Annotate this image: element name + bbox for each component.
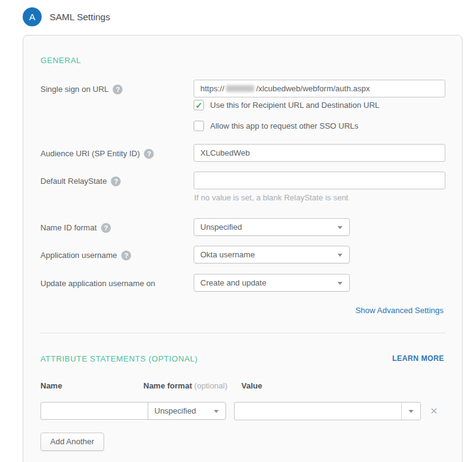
- attribute-value-combo: [234, 402, 421, 420]
- sso-url-value-suffix: /xlcubedweb/webform/auth.aspx: [256, 84, 370, 93]
- name-id-format-label: Name ID format?: [40, 218, 191, 236]
- relay-state-label: Default RelayState?: [40, 172, 191, 189]
- other-sso-checkbox[interactable]: [194, 121, 204, 131]
- chevron-down-icon: [338, 282, 342, 285]
- audience-uri-label: Audience URI (SP Entity ID)?: [40, 144, 191, 162]
- sso-url-value-prefix: https://: [200, 84, 224, 93]
- general-section-title: GENERAL: [40, 56, 81, 65]
- app-avatar: A: [23, 7, 42, 26]
- page-title: SAML Settings: [50, 12, 110, 22]
- recipient-url-checkbox-label: Use this for Recipient URL and Destinati…: [210, 100, 379, 110]
- name-id-format-select[interactable]: Unspecified: [194, 218, 350, 236]
- application-username-label: Application username?: [40, 246, 191, 263]
- relay-state-label-text: Default RelayState: [40, 176, 107, 186]
- application-username-label-text: Application username: [40, 251, 117, 260]
- help-icon[interactable]: ?: [144, 149, 154, 159]
- attribute-name-format-select[interactable]: Unspecified: [148, 402, 226, 420]
- help-icon[interactable]: ?: [113, 85, 123, 94]
- attribute-statements-section-title: ATTRIBUTE STATEMENTS (OPTIONAL): [40, 354, 198, 363]
- relay-state-input[interactable]: [194, 172, 445, 189]
- relay-state-hint: If no value is set, a blank RelayState i…: [194, 193, 348, 202]
- name-id-format-selected-value: Unspecified: [200, 222, 242, 232]
- help-icon[interactable]: ?: [101, 223, 111, 233]
- saml-settings-panel: GENERAL Single sign on URL? https:///xlc…: [23, 35, 463, 462]
- chevron-down-icon: [214, 410, 219, 413]
- chevron-down-icon: [409, 410, 414, 413]
- section-divider: [40, 333, 445, 333]
- attribute-value-input[interactable]: [235, 403, 401, 420]
- column-header-name-format-text: Name format: [143, 381, 192, 390]
- redacted-hostname: [226, 85, 254, 92]
- attribute-name-input[interactable]: [40, 402, 148, 420]
- avatar-letter: A: [29, 12, 35, 22]
- sso-url-label: Single sign on URL?: [40, 80, 191, 97]
- recipient-url-checkbox-row: ✓ Use this for Recipient URL and Destina…: [194, 100, 379, 110]
- update-app-username-selected-value: Create and update: [200, 278, 266, 287]
- chevron-down-icon: [338, 226, 342, 229]
- show-advanced-settings-link[interactable]: Show Advanced Settings: [355, 306, 444, 315]
- other-sso-checkbox-row: Allow this app to request other SSO URLs: [194, 121, 358, 131]
- checkmark-icon: ✓: [195, 101, 203, 110]
- learn-more-link[interactable]: LEARN MORE: [392, 354, 444, 363]
- update-app-username-label-text: Update application username on: [40, 279, 155, 288]
- name-id-format-label-text: Name ID format: [40, 223, 97, 232]
- remove-attribute-button[interactable]: ✕: [430, 406, 438, 417]
- sso-url-label-text: Single sign on URL: [40, 85, 108, 94]
- help-icon[interactable]: ?: [111, 176, 121, 186]
- audience-uri-label-text: Audience URI (SP Entity ID): [40, 149, 140, 158]
- update-app-username-select[interactable]: Create and update: [194, 274, 350, 292]
- sso-url-input[interactable]: https:///xlcubedweb/webform/auth.aspx: [194, 80, 445, 97]
- attribute-name-format-selected-value: Unspecified: [154, 406, 196, 415]
- column-header-value: Value: [241, 381, 262, 390]
- add-another-button[interactable]: Add Another: [40, 433, 104, 451]
- other-sso-checkbox-label: Allow this app to request other SSO URLs: [210, 121, 358, 131]
- column-header-optional-note: (optional): [194, 381, 227, 390]
- chevron-down-icon: [338, 254, 342, 257]
- app-header: A SAML Settings: [23, 7, 110, 26]
- attribute-value-dropdown-button[interactable]: [401, 403, 420, 420]
- update-app-username-label: Update application username on: [40, 274, 191, 292]
- column-header-name: Name: [40, 381, 62, 390]
- column-header-name-format: Name format (optional): [143, 381, 227, 390]
- audience-uri-input[interactable]: [194, 144, 445, 162]
- application-username-select[interactable]: Okta username: [194, 246, 350, 263]
- application-username-selected-value: Okta username: [200, 250, 255, 259]
- help-icon[interactable]: ?: [121, 251, 131, 260]
- recipient-url-checkbox[interactable]: ✓: [194, 100, 204, 110]
